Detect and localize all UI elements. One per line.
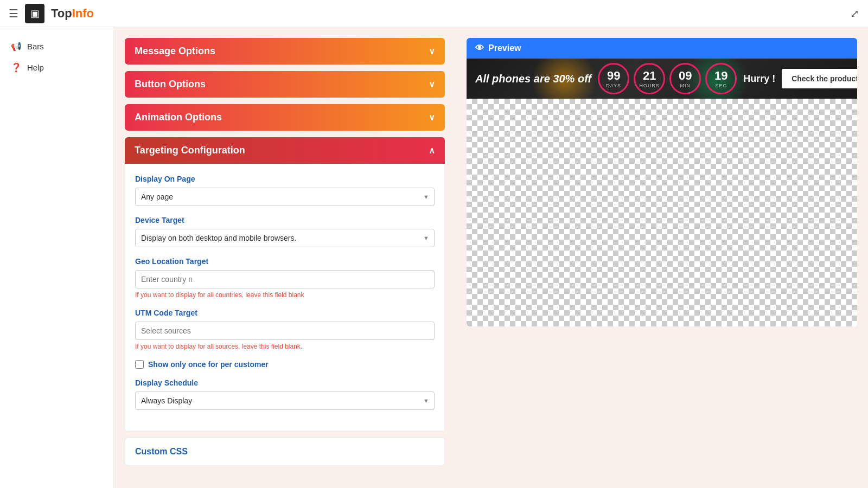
accordion-targeting-header[interactable]: Targeting Configuration ∧	[125, 137, 445, 164]
geo-location-group: Geo Location Target If you want to displ…	[135, 257, 435, 299]
sidebar: 📢 Bars ❓ Help	[0, 27, 114, 488]
accordion-button-chevron: ∨	[429, 79, 435, 89]
hamburger-icon[interactable]: ☰	[9, 7, 18, 20]
accordion-animation-label: Animation Options	[135, 112, 222, 123]
preview-bar: All phones are 30% off 99 DAYS 21 HOURS …	[467, 59, 857, 99]
accordion-targeting-config: Targeting Configuration ∧ Display On Pag…	[125, 137, 445, 431]
exit-icon[interactable]: ⤢	[850, 7, 859, 20]
help-icon: ❓	[11, 62, 22, 73]
geo-location-hint: If you want to display for all countries…	[135, 291, 435, 299]
device-target-wrap: Display on both desktop and mobile brows…	[135, 229, 435, 247]
custom-css-title: Custom CSS	[135, 447, 435, 457]
targeting-body: Display On Page Any page Homepage Produc…	[125, 164, 445, 431]
right-panel: 👁 Preview All phones are 30% off 99 DAYS	[456, 27, 868, 488]
utm-code-input[interactable]	[135, 322, 435, 340]
left-panel: Message Options ∨ Button Options ∨ Anima…	[114, 27, 456, 488]
countdown-sec-label: SEC	[715, 83, 727, 88]
accordion-animation-options: Animation Options ∨	[125, 104, 445, 131]
countdown-days-value: 99	[607, 69, 620, 83]
countdown-min: 09 MIN	[669, 63, 701, 94]
countdown-sec-value: 19	[714, 69, 727, 83]
countdown-min-label: MIN	[680, 83, 691, 88]
preview-header: 👁 Preview	[467, 38, 857, 59]
display-schedule-label: Display Schedule	[135, 378, 435, 387]
utm-code-hint: If you want to display for all sources, …	[135, 343, 435, 350]
countdown-hours-label: HOURS	[639, 83, 660, 88]
display-on-page-label: Display On Page	[135, 175, 435, 183]
show-once-row: Show only once for per customer	[135, 360, 435, 369]
countdown-days-label: DAYS	[606, 83, 621, 88]
countdown-sec: 19 SEC	[705, 63, 737, 94]
main-layout: 📢 Bars ❓ Help Message Options ∨ Button O…	[0, 27, 868, 488]
hurry-text: Hurry !	[743, 73, 775, 85]
accordion-message-label: Message Options	[135, 46, 215, 57]
custom-css-section: Custom CSS	[125, 438, 445, 466]
accordion-animation-header[interactable]: Animation Options ∨	[125, 104, 445, 131]
countdown-hours: 21 HOURS	[634, 63, 665, 94]
preview-container: 👁 Preview All phones are 30% off 99 DAYS	[467, 38, 857, 326]
bar-promo-text: All phones are 30% off	[475, 73, 591, 85]
countdown-wrap: 99 DAYS 21 HOURS 09 MIN 19	[598, 63, 737, 94]
header-left: ☰ ▣ TopInfo	[9, 4, 94, 23]
utm-code-label: UTM Code Target	[135, 309, 435, 317]
logo-icon: ▣	[25, 4, 44, 23]
countdown-hours-value: 21	[643, 69, 656, 83]
logo-text: TopInfo	[51, 7, 94, 21]
device-target-group: Device Target Display on both desktop an…	[135, 216, 435, 247]
cta-button[interactable]: Check the product	[782, 69, 857, 88]
bars-icon: 📢	[11, 41, 22, 52]
sidebar-item-bars[interactable]: 📢 Bars	[0, 36, 113, 57]
accordion-button-header[interactable]: Button Options ∨	[125, 71, 445, 98]
accordion-message-header[interactable]: Message Options ∨	[125, 38, 445, 65]
preview-eye-icon: 👁	[475, 43, 484, 53]
preview-title: Preview	[488, 43, 521, 53]
accordion-animation-chevron: ∨	[429, 112, 435, 123]
content-area: Message Options ∨ Button Options ∨ Anima…	[114, 27, 868, 488]
accordion-message-options: Message Options ∨	[125, 38, 445, 65]
countdown-days: 99 DAYS	[598, 63, 629, 94]
show-once-checkbox[interactable]	[135, 360, 144, 369]
display-on-page-select[interactable]: Any page Homepage Product page Cart page	[135, 188, 435, 206]
device-target-label: Device Target	[135, 216, 435, 224]
display-schedule-wrap: Always Display Date Range Day of Week	[135, 391, 435, 410]
display-schedule-group: Display Schedule Always Display Date Ran…	[135, 378, 435, 410]
accordion-targeting-label: Targeting Configuration	[135, 145, 245, 156]
geo-location-input[interactable]	[135, 270, 435, 288]
sidebar-item-help[interactable]: ❓ Help	[0, 57, 113, 78]
app-header: ☰ ▣ TopInfo ⤢	[0, 0, 868, 27]
device-target-select[interactable]: Display on both desktop and mobile brows…	[135, 229, 435, 247]
accordion-message-chevron: ∨	[429, 46, 435, 56]
sidebar-item-help-label: Help	[27, 63, 44, 72]
accordion-button-label: Button Options	[135, 79, 206, 90]
display-on-page-group: Display On Page Any page Homepage Produc…	[135, 175, 435, 206]
geo-location-label: Geo Location Target	[135, 257, 435, 266]
display-on-page-wrap: Any page Homepage Product page Cart page	[135, 188, 435, 206]
accordion-targeting-chevron: ∧	[429, 145, 435, 156]
accordion-button-options: Button Options ∨	[125, 71, 445, 98]
display-schedule-select[interactable]: Always Display Date Range Day of Week	[135, 391, 435, 410]
show-once-label[interactable]: Show only once for per customer	[148, 360, 269, 369]
utm-code-group: UTM Code Target If you want to display f…	[135, 309, 435, 350]
countdown-min-value: 09	[679, 69, 692, 83]
sidebar-item-bars-label: Bars	[27, 42, 44, 51]
preview-canvas	[467, 99, 857, 326]
